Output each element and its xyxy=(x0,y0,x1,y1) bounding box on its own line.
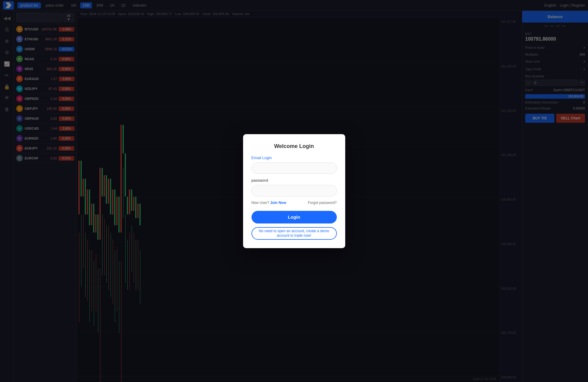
new-user-section: New User? Join Now xyxy=(251,201,286,205)
login-submit-btn[interactable]: Login xyxy=(251,211,337,223)
demo-account-btn[interactable]: No need to open an account, create a dem… xyxy=(251,227,337,240)
modal-overlay: Welcome Login Email Login password New U… xyxy=(0,0,588,382)
modal-links: New User? Join Now Forgot password? xyxy=(251,201,337,205)
password-input[interactable] xyxy=(251,185,337,196)
login-modal: Welcome Login Email Login password New U… xyxy=(243,134,345,248)
email-input[interactable] xyxy=(251,162,337,174)
email-login-tab[interactable]: Email Login xyxy=(251,156,337,160)
modal-title: Welcome Login xyxy=(251,143,337,149)
join-now-link[interactable]: Join Now xyxy=(270,201,286,205)
password-label: password xyxy=(251,178,337,183)
forgot-password-link[interactable]: Forgot password? xyxy=(308,201,337,205)
new-user-text: New User? xyxy=(251,201,269,205)
